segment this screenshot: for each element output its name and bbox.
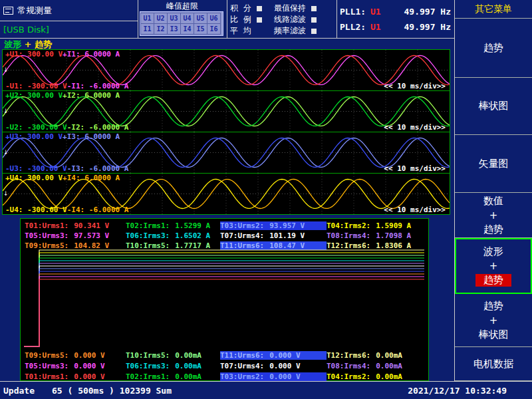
u-max-label: +U1: 300.00 V bbox=[5, 50, 63, 59]
trend-legend-value: 0.000 V bbox=[74, 351, 104, 360]
trend-chart-svg bbox=[23, 248, 426, 350]
menu-item-label: + bbox=[489, 260, 498, 272]
i-min-label: -I2: -6.0000 A bbox=[67, 123, 129, 132]
separator-line bbox=[138, 0, 138, 38]
menu-item-label: 波形 bbox=[483, 245, 503, 258]
trend-legend-item: T10:Irms5:0.00mA bbox=[126, 351, 220, 360]
trend-legend-item: T07:Urms4:101.19 V bbox=[220, 231, 327, 240]
timebase-label: << 10 ms/div>> bbox=[384, 205, 446, 214]
i-min-label: -I4: -6.0000 A bbox=[67, 205, 129, 214]
menu-item-label: 电机数据 bbox=[473, 358, 513, 370]
trend-legend-value: 0.00mA bbox=[376, 351, 402, 360]
pll2-frequency: 49.997 Hz bbox=[390, 22, 451, 32]
i-min-label: -I3: -6.0000 A bbox=[67, 164, 129, 173]
menu-item-label: 棒状图 bbox=[479, 329, 509, 341]
trend-legend-value: 0.00mA bbox=[376, 362, 402, 370]
trend-legend-item: T01:Urms1:90.341 V bbox=[25, 221, 126, 230]
menu-item-label: 棒状图 bbox=[479, 100, 509, 112]
trend-legend-value: 1.6502 A bbox=[175, 231, 210, 240]
zero-marker-icon: ↓ bbox=[3, 190, 9, 197]
zero-marker-icon: ↓ bbox=[3, 108, 9, 114]
trend-legend-label: T02:Irms1: bbox=[126, 372, 170, 381]
header-indicators-right: 最值保持线路滤波频率滤波 bbox=[274, 3, 317, 37]
header-indicators-left: 积 分比 例平 均 bbox=[230, 3, 262, 37]
trend-legend-label: T07:Urms4: bbox=[220, 231, 264, 240]
peak-overrange-title: 峰值超限 bbox=[140, 1, 225, 11]
sidebar-title: 其它菜单 bbox=[455, 0, 532, 19]
pll1-source: U1 bbox=[370, 7, 390, 17]
trend-legend-value: 0.00mA bbox=[376, 372, 402, 381]
header-indicator: 最值保持 bbox=[274, 3, 317, 14]
menu-item-label: + bbox=[489, 209, 498, 221]
separator-line bbox=[0, 38, 454, 39]
trend-legend-item: T05:Urms3:97.573 V bbox=[25, 231, 126, 240]
trend-legend-value: 0.00mA bbox=[175, 362, 201, 370]
peak-indicator-cell: U3 bbox=[167, 13, 181, 24]
trend-legend-item: T11:Urms6:0.000 V bbox=[220, 351, 327, 360]
trend-legend-item: T07:Urms4:0.000 V bbox=[220, 362, 327, 370]
menu-item-label: 趋势 bbox=[483, 300, 503, 313]
trend-legend-label: T11:Urms6: bbox=[220, 351, 264, 360]
trend-legend-value: 0.000 V bbox=[74, 372, 104, 381]
trend-legend-value: 1.5909 A bbox=[376, 221, 411, 230]
pll1-label: PLL1: bbox=[340, 7, 370, 17]
wave-max-labels: +U2: 300.00 V+I2: 6.0000 A bbox=[5, 91, 120, 100]
trend-legend-item: T03:Urms2:0.000 V bbox=[220, 372, 327, 381]
i-max-label: +I3: 6.0000 A bbox=[63, 132, 120, 141]
i-max-label: +I4: 6.0000 A bbox=[63, 174, 120, 182]
trend-legend-item: T06:Irms3:0.00mA bbox=[126, 362, 220, 370]
menu-item-label-highlighted: 趋势 bbox=[475, 274, 511, 287]
menu-item-vector-diagram[interactable]: 矢量图 bbox=[455, 135, 532, 193]
waveform-panel-u1i1: +U1: 300.00 V+I1: 6.0000 A -U1: -300.00 … bbox=[2, 49, 450, 91]
timebase-label: << 10 ms/div>> bbox=[384, 164, 446, 173]
trend-legend-label: T06:Irms3: bbox=[126, 231, 170, 240]
datetime-label: 2021/12/17 10:32:49 bbox=[408, 386, 507, 396]
wave-min-labels: -U1: -300.00 V-I1: -6.0000 A bbox=[5, 82, 128, 90]
trend-legend-item: T12:Irms6:0.00mA bbox=[327, 351, 402, 360]
trend-legend-label: T02:Irms1: bbox=[126, 221, 170, 230]
i-max-label: +I1: 6.0000 A bbox=[63, 50, 120, 59]
header-indicator: 比 例 bbox=[230, 14, 262, 25]
trend-legend-value: 1.5299 A bbox=[175, 221, 210, 230]
peak-indicator-cell: U5 bbox=[194, 13, 207, 24]
separator-line bbox=[336, 0, 337, 38]
pll1-readout: PLL1: U1 49.997 Hz bbox=[340, 4, 451, 19]
wave-max-labels: +U1: 300.00 V+I1: 6.0000 A bbox=[5, 50, 120, 59]
peak-indicator-cell: I6 bbox=[207, 23, 221, 35]
trend-legend-value: 0.00mA bbox=[175, 372, 201, 381]
indicator-label: 线路滤波 bbox=[274, 14, 306, 25]
peak-indicator-cell: U2 bbox=[154, 13, 168, 24]
trend-legend-item: T01:Urms1:0.000 V bbox=[25, 372, 126, 381]
menu-item-label: 趋势 bbox=[483, 223, 503, 236]
trend-legend-item: T02:Irms1:0.00mA bbox=[126, 372, 220, 381]
menu-item-numeric-plus-trend[interactable]: 数值 + 趋势 bbox=[455, 193, 532, 238]
sidebar-menu: 其它菜单 趋势 棒状图 矢量图 数值 + 趋势 波形 + 趋势 趋势 + 棒状图… bbox=[454, 0, 532, 381]
update-label: Update bbox=[3, 386, 35, 396]
mode-label: 常规测量 bbox=[17, 5, 52, 17]
waveform-panels: +U1: 300.00 V+I1: 6.0000 A -U1: -300.00 … bbox=[2, 49, 450, 215]
zero-marker-icon: ↓ bbox=[3, 66, 9, 73]
indicator-label: 频率滤波 bbox=[274, 25, 306, 37]
menu-item-trend-plus-bar[interactable]: 趋势 + 棒状图 bbox=[455, 294, 532, 347]
trend-legend-value: 97.573 V bbox=[74, 231, 109, 240]
peak-indicator-cell: U6 bbox=[207, 13, 221, 24]
indicator-label: 平 均 bbox=[230, 25, 251, 37]
trend-legend-value: 1.7098 A bbox=[376, 231, 411, 240]
wave-max-labels: +U4: 300.00 V+I4: 6.0000 A bbox=[5, 174, 120, 182]
indicator-label: 积 分 bbox=[230, 3, 251, 14]
peak-row-voltage: U1U2U3U4U5U6 bbox=[141, 13, 222, 24]
indicator-square-icon bbox=[311, 29, 317, 34]
menu-item-waveform-plus-trend[interactable]: 波形 + 趋势 bbox=[455, 238, 532, 294]
menu-item-label: 趋势 bbox=[483, 42, 503, 55]
menu-item-motor-data[interactable]: 电机数据 bbox=[455, 347, 532, 381]
trend-legend-item: T05:Urms3:0.000 V bbox=[25, 362, 126, 370]
menu-item-bar-chart[interactable]: 棒状图 bbox=[455, 78, 532, 135]
peak-indicator-cell: U4 bbox=[180, 13, 194, 24]
menu-item-trend[interactable]: 趋势 bbox=[455, 19, 532, 78]
trend-legend-item: T08:Irms4:1.7098 A bbox=[327, 231, 411, 240]
peak-indicator-cell: I2 bbox=[154, 23, 168, 35]
trend-legend-item: T02:Irms1:1.5299 A bbox=[126, 221, 220, 230]
trend-legend-item: T03:Urms2:93.957 V bbox=[220, 221, 327, 230]
trend-legend-label: T04:Irms2: bbox=[327, 221, 370, 230]
indicator-label: 比 例 bbox=[230, 14, 251, 25]
